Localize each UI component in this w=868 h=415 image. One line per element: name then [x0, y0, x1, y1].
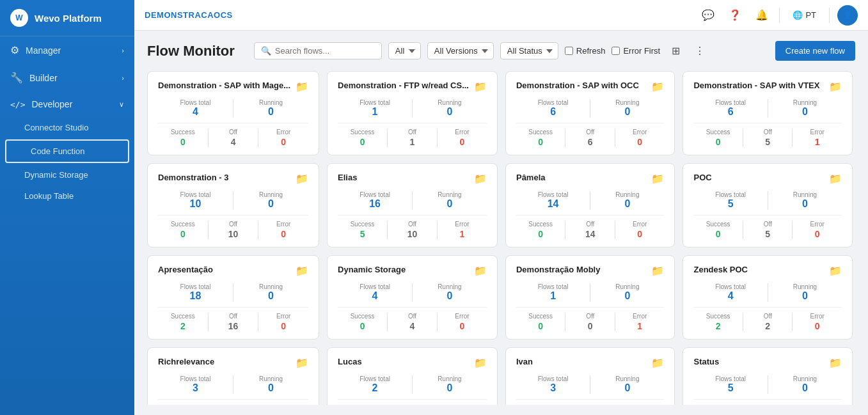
more-options-icon-btn[interactable]: ⋮	[691, 42, 709, 60]
off-label: Off	[229, 129, 237, 136]
card-total-row: Flows total 14 Running 0	[516, 191, 665, 210]
error-label: Error	[810, 129, 825, 136]
grid-view-icon-btn[interactable]: ⊞	[667, 42, 684, 60]
dynamic-storage-label: Dynamic Storage	[24, 170, 88, 180]
flow-card[interactable]: Pâmela 📁 Flows total 14 Running 0 Succes…	[505, 163, 675, 247]
card-bottom-stats: Success 0 Off 10 Error 0	[158, 221, 308, 239]
flow-card[interactable]: Lucas 📁 Flows total 2 Running 0 Success …	[327, 347, 498, 405]
folder-icon: 📁	[651, 265, 664, 277]
nav-item-developer[interactable]: </> Developer ∨	[0, 91, 134, 117]
card-title: Richrelevance	[158, 357, 290, 366]
off-value: 4	[231, 137, 236, 147]
flow-card[interactable]: Demonstração Mobly 📁 Flows total 1 Runni…	[505, 255, 675, 340]
off-value: 10	[228, 229, 239, 239]
card-divider	[158, 215, 308, 215]
card-divider	[516, 307, 665, 308]
flows-total-value: 16	[369, 198, 381, 210]
filter-all-select[interactable]: All	[388, 42, 421, 59]
flow-card[interactable]: Demonstration - SAP with OCC 📁 Flows tot…	[505, 71, 675, 155]
create-flow-button[interactable]: Create new flow	[775, 41, 855, 61]
help-icon-btn[interactable]: ❓	[725, 6, 745, 25]
card-header: Demonstration - SAP with OCC 📁	[516, 81, 665, 93]
running-section: Running 0	[590, 283, 664, 302]
logo-area[interactable]: W Wevo Platform	[0, 0, 134, 36]
flow-card[interactable]: Richrelevance 📁 Flows total 3 Running 0 …	[147, 347, 319, 405]
flow-header: Flow Monitor 🔍 All All Versions All Stat…	[147, 41, 855, 61]
flows-total-label: Flows total	[180, 99, 211, 106]
notification-icon-btn[interactable]: 🔔	[752, 6, 771, 25]
flow-card[interactable]: Demonstration - SAP with Mage... 📁 Flows…	[147, 71, 319, 155]
sidebar-item-lookup-table[interactable]: Lookup Table	[0, 185, 134, 207]
folder-icon: 📁	[651, 173, 664, 185]
card-divider	[516, 399, 665, 400]
error-first-checkbox[interactable]	[612, 47, 620, 55]
flow-card[interactable]: Ivan 📁 Flows total 3 Running 0 Success 0	[505, 347, 675, 405]
sidebar-item-connector-studio[interactable]: Connector Studio	[0, 117, 134, 138]
flow-card[interactable]: POC 📁 Flows total 5 Running 0 Success 0	[683, 163, 853, 247]
error-stat: Error 1	[615, 313, 665, 331]
success-value: 5	[360, 229, 365, 239]
card-divider	[338, 215, 487, 215]
nav-item-builder[interactable]: 🔧 Builder ›	[0, 64, 134, 91]
off-value: 10	[407, 229, 418, 239]
off-value: 0	[588, 321, 593, 331]
running-value: 0	[268, 382, 274, 394]
flow-card[interactable]: Dynamic Storage 📁 Flows total 4 Running …	[327, 255, 498, 340]
error-label: Error	[633, 313, 647, 320]
flow-card[interactable]: Demonstration - SAP with VTEX 📁 Flows to…	[683, 71, 853, 155]
running-section: Running 0	[233, 375, 308, 394]
error-stat: Error 0	[438, 129, 487, 147]
running-value: 0	[447, 198, 453, 210]
running-label: Running	[615, 99, 639, 106]
card-title: POC	[693, 173, 824, 182]
flows-total-section: Flows total 4	[693, 283, 767, 302]
language-selector[interactable]: 🌐 PT	[787, 8, 821, 22]
flow-card[interactable]: Demonstration - 3 📁 Flows total 10 Runni…	[147, 163, 319, 247]
flows-total-section: Flows total 16	[338, 191, 412, 210]
off-stat: Off 4	[209, 129, 258, 147]
flows-total-label: Flows total	[538, 99, 569, 106]
error-stat: Error 0	[258, 313, 308, 331]
off-stat: Off 0	[565, 313, 615, 331]
error-value: 0	[281, 229, 286, 239]
running-value: 0	[268, 106, 274, 118]
running-value: 0	[447, 382, 453, 394]
manager-icon: ⚙	[10, 44, 19, 56]
flow-card[interactable]: Apresentação 📁 Flows total 18 Running 0 …	[147, 255, 319, 340]
search-input[interactable]	[275, 46, 352, 56]
filter-status-select[interactable]: All Status	[500, 42, 558, 59]
card-divider	[516, 123, 665, 123]
filter-versions-select[interactable]: All Versions	[427, 42, 494, 59]
flow-card[interactable]: Status 📁 Flows total 5 Running 0 Success…	[683, 347, 853, 405]
off-stat: Off 6	[565, 129, 615, 147]
error-first-checkbox-label[interactable]: Error First	[612, 46, 660, 56]
refresh-checkbox[interactable]	[565, 47, 573, 55]
page-title: Flow Monitor	[147, 43, 235, 59]
sidebar-item-code-function[interactable]: Code Function	[5, 139, 129, 163]
flow-card[interactable]: Elias 📁 Flows total 16 Running 0 Success…	[327, 163, 498, 247]
flow-card[interactable]: Demonstration - FTP w/read CS... 📁 Flows…	[327, 71, 498, 155]
error-label: Error	[455, 221, 469, 228]
success-stat: Success 0	[693, 221, 743, 239]
card-title: Demonstration - 3	[158, 173, 290, 182]
card-total-row: Flows total 5 Running 0	[693, 191, 842, 210]
card-title: Demonstration - FTP w/read CS...	[338, 81, 469, 90]
user-avatar[interactable]: 👤	[837, 5, 858, 26]
success-value: 0	[538, 321, 543, 331]
off-label: Off	[408, 221, 416, 228]
refresh-checkbox-label[interactable]: Refresh	[565, 46, 606, 56]
flow-card[interactable]: Zendesk POC 📁 Flows total 4 Running 0 Su…	[683, 255, 853, 340]
running-label: Running	[259, 283, 283, 290]
chat-icon-btn[interactable]: 💬	[698, 6, 718, 25]
nav-item-manager[interactable]: ⚙ Manager ›	[0, 36, 134, 64]
card-divider	[516, 215, 665, 215]
flows-total-section: Flows total 3	[158, 375, 233, 394]
card-total-row: Flows total 3 Running 0	[158, 375, 308, 394]
flows-total-label: Flows total	[359, 191, 390, 198]
success-value: 0	[360, 321, 365, 331]
card-divider	[693, 123, 842, 123]
sidebar-item-dynamic-storage[interactable]: Dynamic Storage	[0, 164, 134, 185]
flows-total-label: Flows total	[538, 375, 569, 382]
search-box[interactable]: 🔍	[254, 42, 382, 59]
flows-total-section: Flows total 1	[338, 99, 412, 118]
